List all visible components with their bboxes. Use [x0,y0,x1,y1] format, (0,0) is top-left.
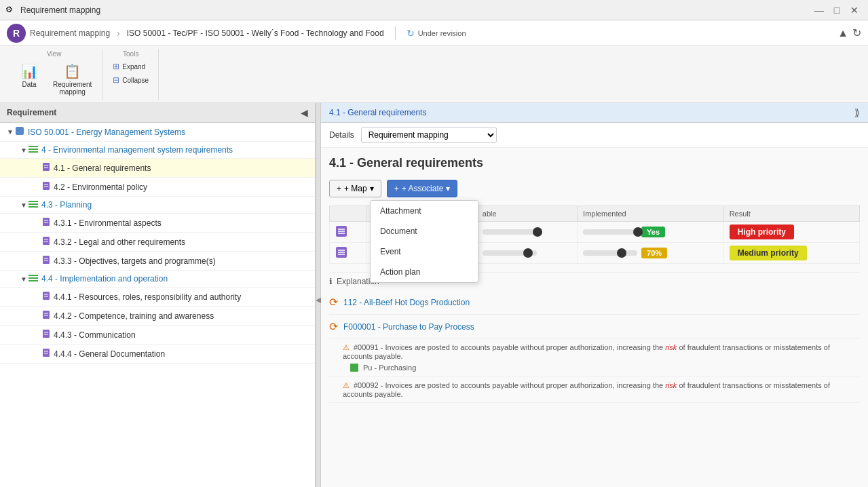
toolbar: View 📊 Data 📋 Requirementmapping Tools ⊞… [0,46,868,103]
associate-button[interactable]: + + Associate ▾ [387,180,458,197]
revision-icon: ↻ [407,28,415,39]
risk-highlight: risk [665,381,677,389]
app-icon: ⚙ [5,5,16,16]
section-header: 4.1 - General requirements ⟫ [321,103,868,123]
window-controls: — □ ✕ [811,2,863,18]
explanation-info-icon: ℹ [329,277,333,286]
tree-node-icon [15,126,24,138]
associate-icon: + [394,184,399,193]
svg-rect-11 [29,203,38,205]
breadcrumb-separator: › [117,28,120,39]
svg-rect-25 [43,292,50,300]
panel-title: Requirement [7,108,56,117]
tree-item[interactable]: ▼4.3 - Planning [0,197,315,214]
map-label: + Map [344,184,367,193]
tree-node-icon [29,274,38,284]
requirement-tree: ▼ISO 50.001 - Energy Management Systems▼… [0,123,315,364]
tree-item[interactable]: 4.4.4 - General Documentation [0,345,315,364]
process-item[interactable]: ⟳112 - All-Beef Hot Dogs Production [329,290,860,315]
svg-rect-34 [43,349,50,357]
tree-label: 4.4.3 - Communication [54,330,136,340]
right-panel: 4.1 - General requirements ⟫ Details Req… [321,103,868,487]
col-applicable: able [476,206,577,222]
risk-text: #00092 - Invoices are posted to accounts… [343,381,830,398]
process-item[interactable]: ⟳F000001 - Purchase to Pay Process [329,315,860,339]
section-title: 4.1 - General requirements [329,108,854,117]
tree-toggle-icon[interactable]: ▼ [19,275,29,283]
panel-splitter[interactable]: ◀ [316,103,321,487]
expand-toolbar-item[interactable]: ⊞ Expand [110,60,151,73]
details-select[interactable]: Requirement mapping [361,127,497,143]
map-dropdown-icon: ▾ [370,184,374,193]
requirement-mapping-label: Requirementmapping [53,81,92,96]
tree-item[interactable]: 4.3.3 - Objectives, targets and programm… [0,252,315,271]
app-brand-icon: R [7,24,26,43]
tree-node-icon [42,255,50,267]
view-group-items: 📊 Data 📋 Requirementmapping [12,60,96,98]
tree-label: 4.4.1 - Resources, roles, responsibility… [54,292,241,302]
maximize-button[interactable]: □ [829,2,845,18]
panel-header: Requirement ◀ [0,103,315,123]
tree-item[interactable]: 4.4.1 - Resources, roles, responsibility… [0,288,315,307]
svg-rect-13 [43,218,50,226]
svg-rect-24 [29,280,38,281]
svg-rect-1 [29,146,38,147]
map-button[interactable]: + + Map ▾ [329,180,381,197]
breadcrumb-app[interactable]: Requirement mapping [30,28,110,38]
svg-rect-4 [43,163,50,171]
tree-toggle-icon[interactable]: ▼ [19,147,29,154]
tree-item[interactable]: ▼ISO 50.001 - Energy Management Systems [0,123,315,142]
dropdown-item-event[interactable]: Event [371,241,478,262]
tree-item[interactable]: 4.2 - Environmental policy [0,178,315,197]
svg-rect-16 [43,237,50,245]
associate-dropdown-icon: ▾ [446,184,450,193]
row-implemented-cell: 70% [578,243,724,264]
dropdown-item-document[interactable]: Document [371,221,478,241]
expand-icon: ⊞ [113,62,119,71]
tree-node-icon [29,145,38,155]
close-button[interactable]: ✕ [846,2,863,18]
requirement-mapping-toolbar-item[interactable]: 📋 Requirementmapping [49,60,96,98]
tree-label: 4 - Environmental management system requ… [41,145,233,155]
row-applicable-cell [476,222,577,243]
collapse-toolbar-item[interactable]: ⊟ Collapse [110,74,151,86]
tree-toggle-icon[interactable]: ▼ [19,201,29,209]
scroll-up-button[interactable]: ▲ [837,26,848,39]
tree-item[interactable]: 4.4.2 - Competence, training and awarene… [0,307,315,326]
header-divider [395,26,396,40]
breadcrumb-page: ISO 50001 - Tec/PF - ISO 50001 - Welly´s… [127,28,384,38]
tree-toggle-icon[interactable]: ▼ [5,128,15,136]
app-title: Requirement mapping [20,5,811,15]
svg-rect-19 [43,256,50,264]
risk-text: #00091 - Invoices are posted to accounts… [343,343,830,360]
data-label: Data [22,81,36,88]
process-label: F000001 - Purchase to Pay Process [343,322,474,332]
header-actions: ▲ ↻ [837,26,861,39]
dropdown-item-attachment[interactable]: Attachment [371,201,478,221]
associate-label: + Associate [402,184,444,193]
data-icon: 📊 [21,63,38,79]
tree-item[interactable]: ▼4 - Environmental management system req… [0,142,315,159]
data-toolbar-item[interactable]: 📊 Data [12,60,46,98]
tools-group-label: Tools [110,50,151,58]
tree-item[interactable]: 4.3.1 - Environmental aspects [0,214,315,233]
processes-container: ⟳112 - All-Beef Hot Dogs Production⟳F000… [329,290,860,339]
tools-sub-items: ⊞ Expand ⊟ Collapse [110,60,151,86]
tree-item[interactable]: ▼4.4 - Implementation and operation [0,271,315,288]
section-expand-button[interactable]: ⟫ [854,107,860,118]
row-implemented-cell: Yes [578,222,724,243]
svg-rect-2 [29,149,38,150]
panel-collapse-button[interactable]: ◀ [301,107,308,118]
minimize-button[interactable]: — [811,2,827,18]
left-panel: Requirement ◀ ▼ISO 50.001 - Energy Manag… [0,103,316,487]
tree-label: 4.3.3 - Objectives, targets and programm… [54,256,216,266]
tree-item[interactable]: 4.1 - General requirements [0,159,315,178]
tree-label: 4.3.1 - Environmental aspects [54,218,162,228]
details-label: Details [329,130,354,140]
tree-item[interactable]: 4.4.3 - Communication [0,326,315,345]
title-bar: ⚙ Requirement mapping — □ ✕ [0,0,868,20]
risk-icon: ⚠ [343,381,350,389]
dropdown-item-action-plan[interactable]: Action plan [371,262,478,282]
refresh-button[interactable]: ↻ [852,26,861,39]
tree-item[interactable]: 4.3.2 - Legal and other requirements [0,233,315,252]
